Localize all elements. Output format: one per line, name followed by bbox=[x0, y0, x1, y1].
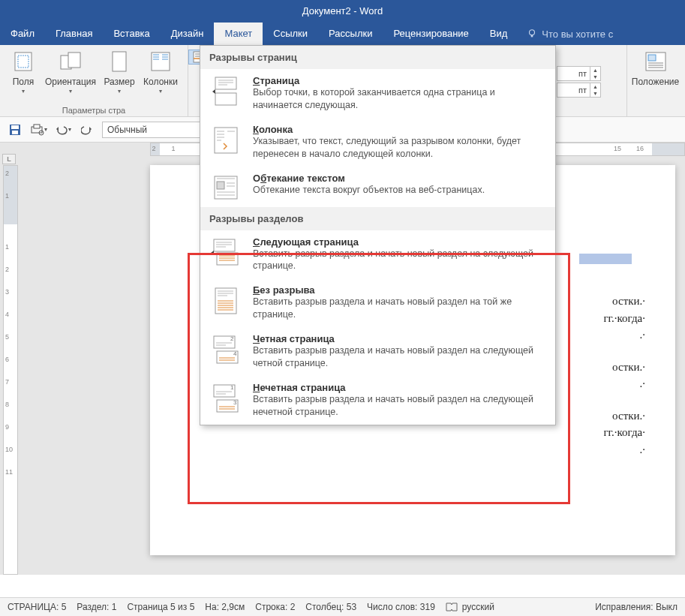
position-icon bbox=[644, 50, 668, 74]
svg-text:1: 1 bbox=[230, 384, 234, 391]
status-bar: СТРАНИЦА: 5 Раздел: 1 Страница 5 из 5 На… bbox=[0, 597, 685, 616]
svg-rect-1 bbox=[531, 35, 533, 38]
breaks-dropdown: Разрывы страниц Страница Выбор точки, в … bbox=[200, 45, 556, 425]
svg-rect-41 bbox=[217, 182, 224, 189]
columns-button[interactable]: Колонки ▾ bbox=[140, 48, 182, 96]
ribbon-tabs: Файл Главная Вставка Дизайн Макет Ссылки… bbox=[0, 23, 685, 45]
tab-review[interactable]: Рецензирование bbox=[383, 23, 479, 45]
spacing-after-spinner[interactable]: пт ▲▼ bbox=[557, 83, 601, 98]
svg-rect-24 bbox=[11, 125, 19, 129]
break-page-desc: Выбор точки, в которой заканчивается одн… bbox=[253, 86, 545, 112]
svg-text:3: 3 bbox=[233, 399, 237, 406]
status-language[interactable]: русский bbox=[446, 602, 494, 612]
spinner-down[interactable]: ▼ bbox=[590, 74, 600, 80]
print-preview-button[interactable]: ▾ bbox=[30, 121, 48, 139]
position-button[interactable]: Положение bbox=[629, 48, 683, 89]
document-title: Документ2 - Word bbox=[302, 5, 383, 17]
tell-me-search[interactable]: Что вы хотите с bbox=[518, 23, 613, 45]
break-wrap-icon bbox=[211, 173, 241, 201]
tab-insert[interactable]: Вставка bbox=[103, 23, 160, 45]
dropdown-header-page-breaks: Разрывы страниц bbox=[200, 46, 555, 69]
dropdown-header-section-breaks: Разрывы разделов bbox=[200, 207, 555, 230]
page-setup-group: Поля ▾ Ориентация ▾ Размер ▾ bbox=[0, 45, 188, 116]
break-continuous-desc: Вставить разрыв раздела и начать новый р… bbox=[253, 296, 545, 321]
redo-button[interactable] bbox=[78, 121, 96, 139]
svg-rect-6 bbox=[113, 52, 126, 71]
tab-design[interactable]: Дизайн bbox=[161, 23, 215, 45]
tab-stop-selector[interactable]: L bbox=[2, 154, 16, 164]
spinner-up[interactable]: ▲ bbox=[590, 83, 600, 90]
style-value: Обычный bbox=[107, 125, 147, 135]
vertical-ruler[interactable]: L 2 1 1 2 3 4 5 6 7 8 9 10 11 bbox=[3, 165, 18, 575]
break-odd-page-title: Нечетная страница bbox=[253, 382, 545, 393]
margins-icon bbox=[11, 50, 35, 74]
svg-rect-27 bbox=[34, 125, 40, 128]
break-even-page-icon: 24 bbox=[211, 333, 241, 366]
break-wrap-item[interactable]: Обтекание текстом Обтекание текста вокру… bbox=[200, 167, 555, 207]
svg-rect-29 bbox=[215, 77, 236, 89]
status-section[interactable]: Раздел: 1 bbox=[77, 602, 116, 612]
break-continuous-icon bbox=[211, 284, 241, 316]
tell-me-placeholder: Что вы хотите с bbox=[542, 29, 613, 40]
break-wrap-desc: Обтекание текста вокруг объектов на веб-… bbox=[253, 184, 545, 197]
tab-view[interactable]: Вид bbox=[479, 23, 518, 45]
status-track-changes[interactable]: Исправления: Выкл bbox=[595, 602, 677, 612]
svg-rect-5 bbox=[68, 53, 80, 68]
chevron-down-icon: ▾ bbox=[159, 88, 162, 95]
break-even-page-title: Четная страница bbox=[253, 333, 545, 344]
tab-home[interactable]: Главная bbox=[45, 23, 103, 45]
svg-rect-51 bbox=[217, 253, 238, 265]
status-page[interactable]: СТРАНИЦА: 5 bbox=[8, 602, 66, 612]
break-next-page-title: Следующая страница bbox=[253, 236, 545, 248]
break-continuous-title: Без разрыва bbox=[253, 284, 545, 296]
status-position[interactable]: На: 2,9см bbox=[205, 602, 245, 612]
orientation-button[interactable]: Ориентация ▾ bbox=[42, 48, 99, 96]
break-odd-page-icon: 13 bbox=[211, 382, 241, 415]
svg-rect-25 bbox=[12, 131, 18, 134]
chevron-down-icon: ▾ bbox=[118, 88, 121, 95]
status-column[interactable]: Столбец: 53 bbox=[305, 602, 356, 612]
svg-rect-7 bbox=[152, 53, 170, 71]
spinner-up[interactable]: ▲ bbox=[590, 67, 600, 74]
break-next-page-desc: Вставить разрыв раздела и начать новый р… bbox=[253, 248, 545, 273]
bulb-icon bbox=[527, 29, 537, 39]
size-button[interactable]: Размер ▾ bbox=[101, 48, 138, 96]
columns-icon bbox=[149, 50, 173, 74]
break-page-icon bbox=[211, 75, 241, 107]
break-column-item[interactable]: Колонка Указывает, что текст, следующий … bbox=[200, 118, 555, 167]
break-column-desc: Указывает, что текст, следующий за разры… bbox=[253, 135, 545, 161]
arrange-group: Положение bbox=[626, 45, 685, 116]
spinner-down[interactable]: ▼ bbox=[590, 90, 600, 97]
save-button[interactable] bbox=[6, 121, 24, 139]
undo-button[interactable]: ▾ bbox=[54, 121, 72, 139]
svg-rect-47 bbox=[214, 239, 235, 251]
break-next-page-icon bbox=[211, 236, 241, 268]
break-page-item[interactable]: Страница Выбор точки, в которой заканчив… bbox=[200, 69, 555, 118]
break-continuous-item[interactable]: Без разрыва Вставить разрыв раздела и на… bbox=[200, 278, 555, 327]
status-line[interactable]: Строка: 2 bbox=[255, 602, 295, 612]
svg-rect-33 bbox=[215, 93, 236, 105]
margins-button[interactable]: Поля ▾ bbox=[6, 48, 41, 96]
tab-file[interactable]: Файл bbox=[0, 23, 45, 45]
status-page-of[interactable]: Страница 5 из 5 bbox=[127, 602, 194, 612]
svg-point-0 bbox=[530, 30, 535, 35]
page-setup-caption: Параметры стра bbox=[0, 106, 188, 115]
tab-mailings[interactable]: Рассылки bbox=[318, 23, 383, 45]
svg-text:2: 2 bbox=[230, 335, 234, 342]
tab-layout[interactable]: Макет bbox=[214, 23, 263, 45]
spacing-before-spinner[interactable]: пт ▲▼ bbox=[557, 66, 601, 81]
body-text-fragment: гг.·когда· bbox=[180, 424, 645, 441]
break-wrap-title: Обтекание текстом bbox=[253, 173, 545, 184]
break-odd-page-item[interactable]: 13 Нечетная страница Вставить разрыв раз… bbox=[200, 376, 555, 425]
title-bar: Документ2 - Word bbox=[0, 0, 685, 23]
break-column-title: Колонка bbox=[253, 124, 545, 135]
break-next-page-item[interactable]: Следующая страница Вставить разрыв разде… bbox=[200, 230, 555, 279]
text-selection bbox=[579, 254, 632, 264]
size-icon bbox=[107, 50, 131, 74]
svg-text:4: 4 bbox=[233, 350, 237, 357]
status-word-count[interactable]: Число слов: 319 bbox=[367, 602, 435, 612]
break-even-page-item[interactable]: 24 Четная страница Вставить разрыв разде… bbox=[200, 327, 555, 376]
tab-references[interactable]: Ссылки bbox=[263, 23, 318, 45]
chevron-down-icon: ▾ bbox=[69, 88, 72, 95]
book-icon bbox=[446, 602, 458, 611]
